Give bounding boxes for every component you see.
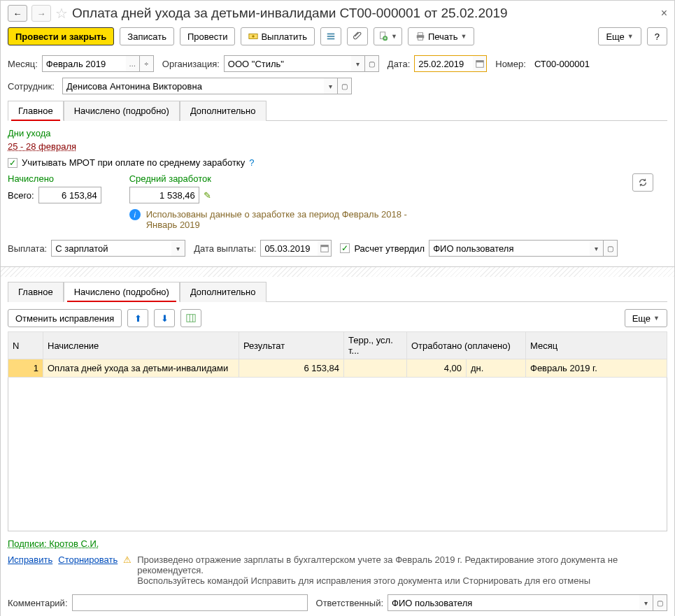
tab-main-2[interactable]: Главное: [8, 282, 64, 302]
pay-date-input[interactable]: [260, 240, 332, 257]
accruals-table: N Начисление Результат Терр., усл. т... …: [8, 331, 667, 378]
tabs-lower: Главное Начислено (подробно) Дополнитель…: [8, 281, 667, 302]
help-button[interactable]: ?: [647, 27, 667, 45]
days-header: Дни ухода: [8, 128, 667, 138]
month-label: Месяц:: [8, 59, 38, 69]
paperclip-icon: [353, 31, 362, 41]
mrot-checkbox[interactable]: ✓: [8, 158, 17, 168]
signatures-link[interactable]: Подписи: Кротов С.И.: [8, 538, 99, 549]
col-accrual[interactable]: Начисление: [43, 332, 239, 359]
svg-rect-9: [418, 38, 422, 41]
open-icon[interactable]: ▢: [338, 78, 352, 94]
chevron-down-icon: ▼: [653, 315, 660, 322]
total-input[interactable]: [38, 187, 101, 203]
chevron-down-icon[interactable]: ▾: [590, 240, 604, 257]
fix-link[interactable]: Исправить: [8, 554, 52, 586]
create-from-button[interactable]: ▼: [374, 27, 402, 45]
open-icon[interactable]: ▢: [604, 240, 618, 257]
responsible-input[interactable]: ▾ ▢: [388, 594, 667, 611]
main-tab-content: Дни ухода 25 - 28 февраля ✓ Учитывать МР…: [8, 128, 667, 257]
edit-icon[interactable]: ✎: [204, 190, 211, 201]
warning-icon: ⚠: [123, 554, 132, 586]
pay-button[interactable]: Выплатить: [241, 27, 315, 45]
employee-input[interactable]: ▾ ▢: [62, 78, 352, 94]
list-button[interactable]: [320, 27, 341, 45]
more-button-2[interactable]: Еще ▼: [625, 309, 667, 327]
tab-details[interactable]: Начислено (подробно): [64, 101, 180, 121]
calendar-icon[interactable]: [473, 55, 487, 72]
svg-rect-11: [476, 61, 484, 63]
tab-main[interactable]: Главное: [8, 101, 64, 121]
date-label: Дата:: [388, 59, 410, 69]
info-icon: i: [129, 209, 141, 220]
arrow-up-icon: ⬆: [134, 313, 142, 324]
refresh-icon: [638, 178, 648, 187]
col-terr[interactable]: Терр., усл. т...: [344, 332, 407, 359]
post-and-close-button[interactable]: Провести и закрыть: [8, 27, 114, 45]
svg-rect-13: [321, 245, 329, 248]
svg-point-1: [253, 35, 255, 38]
approved-label: Расчет утвердил: [354, 243, 425, 254]
list-icon: [326, 31, 336, 41]
nav-back-button[interactable]: ←: [8, 5, 27, 22]
comment-input[interactable]: [72, 594, 308, 611]
close-icon[interactable]: ×: [661, 7, 667, 20]
refresh-button[interactable]: [632, 173, 653, 192]
page-title: Оплата дней ухода за детьми-инвалидами С…: [72, 6, 508, 21]
chevron-down-icon: ▼: [391, 33, 397, 40]
doc-plus-icon: [378, 31, 388, 41]
employee-label: Сотрудник:: [8, 81, 58, 92]
printer-icon: [415, 31, 425, 41]
post-button[interactable]: Провести: [180, 27, 236, 45]
attach-button[interactable]: [347, 27, 368, 45]
days-range-link[interactable]: 25 - 28 февраля: [8, 141, 76, 152]
date-input[interactable]: [414, 55, 487, 72]
comment-label: Комментарий:: [8, 598, 68, 608]
favorite-star-icon[interactable]: ☆: [55, 5, 68, 22]
save-button[interactable]: Записать: [120, 27, 174, 45]
ellipsis-icon[interactable]: …: [126, 55, 140, 72]
columns-button[interactable]: [180, 309, 201, 327]
chevron-down-icon[interactable]: ▾: [639, 594, 653, 611]
month-input[interactable]: … ÷: [42, 55, 154, 72]
col-n[interactable]: N: [8, 332, 43, 359]
chevron-down-icon[interactable]: ▾: [171, 240, 185, 257]
col-month[interactable]: Месяц: [526, 332, 667, 359]
chevron-down-icon[interactable]: ▾: [351, 55, 365, 72]
nav-forward-button[interactable]: →: [31, 5, 51, 22]
open-icon[interactable]: ▢: [653, 594, 667, 611]
org-input[interactable]: ▾ ▢: [224, 55, 379, 72]
move-down-button[interactable]: ⬇: [154, 309, 175, 327]
tab-extra[interactable]: Дополнительно: [180, 101, 267, 121]
approved-checkbox[interactable]: ✓: [340, 243, 350, 253]
avg-header: Средний заработок: [129, 173, 412, 184]
print-button[interactable]: Печать ▼: [408, 27, 475, 45]
calendar-icon[interactable]: [318, 240, 332, 257]
svg-rect-2: [327, 34, 335, 35]
storno-link[interactable]: Сторнировать: [58, 554, 118, 586]
pay-label: Выплата:: [8, 243, 47, 254]
col-result[interactable]: Результат: [239, 332, 344, 359]
org-label: Организация:: [162, 59, 220, 69]
approved-by-input[interactable]: ▾ ▢: [429, 240, 618, 257]
svg-rect-3: [327, 36, 335, 37]
number-field: [530, 55, 600, 72]
svg-rect-8: [418, 33, 422, 36]
stepper-icon[interactable]: ÷: [140, 55, 154, 72]
col-worked[interactable]: Отработано (оплачено): [407, 332, 526, 359]
chevron-down-icon: ▼: [627, 33, 634, 40]
move-up-button[interactable]: ⬆: [127, 309, 148, 327]
tab-details-2[interactable]: Начислено (подробно): [64, 282, 180, 302]
mrot-label: Учитывать МРОТ при оплате по среднему за…: [22, 157, 245, 168]
grid-icon: [186, 313, 196, 323]
help-icon[interactable]: ?: [249, 157, 254, 168]
pay-type-input[interactable]: ▾: [51, 240, 185, 257]
open-icon[interactable]: ▢: [365, 55, 379, 72]
chevron-down-icon[interactable]: ▾: [324, 78, 338, 94]
avg-input[interactable]: [129, 187, 199, 203]
cancel-fix-button[interactable]: Отменить исправления: [8, 309, 122, 327]
tab-extra-2[interactable]: Дополнительно: [180, 282, 267, 302]
more-button[interactable]: Еще ▼: [598, 27, 641, 45]
table-row[interactable]: 1 Оплата дней ухода за детьми-инвалидами…: [8, 359, 667, 378]
warning-text: Произведено отражение зарплаты в бухгалт…: [137, 554, 667, 586]
